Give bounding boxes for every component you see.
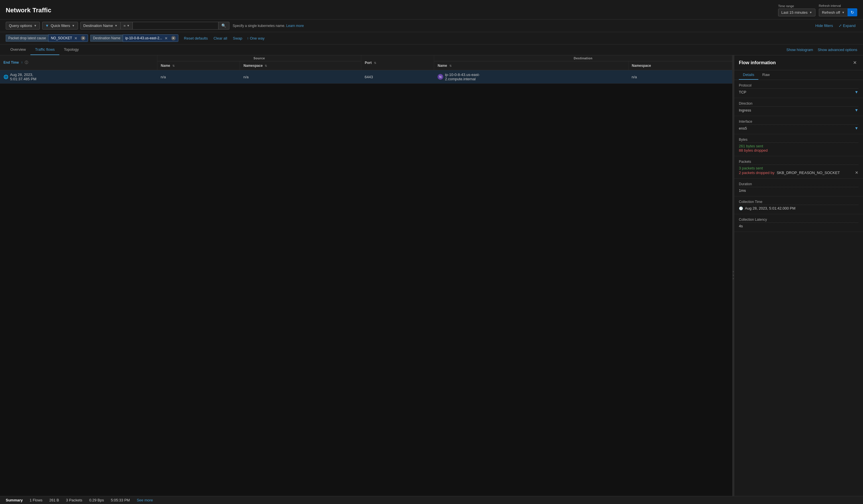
info-icon: ⓘ: [25, 61, 28, 64]
detail-bytes: Bytes 261 bytes sent 88 bytes dropped: [734, 134, 863, 156]
filter-tag-dest-name-remove[interactable]: ✕: [171, 36, 176, 40]
packets-dropped-value: 2 packets dropped by SKB_DROP_REASON_NO_…: [739, 171, 840, 175]
cell-source-name: n/a: [157, 70, 240, 84]
reset-defaults-button[interactable]: Reset defaults: [183, 36, 209, 41]
filter-text-input[interactable]: [133, 22, 218, 29]
tab-overview[interactable]: Overview: [6, 45, 30, 55]
filter-input-group: Destination Name ▼ = ▼ 🔍: [80, 22, 229, 29]
col-end-time[interactable]: End Time ↑ ⓘ: [0, 55, 157, 70]
filter-actions: Reset defaults Clear all Swap ↑ One way: [183, 36, 265, 41]
learn-more-link[interactable]: Learn more: [286, 24, 304, 28]
quick-filters-button[interactable]: ▼ Quick filters ▼: [42, 22, 78, 29]
detail-collection-time: Collection Time 🕐 Aug 28, 2023, 5:01:42.…: [734, 197, 863, 214]
detail-interface: Interface ens5 ▼: [734, 116, 863, 134]
tab-topology[interactable]: Topology: [59, 45, 84, 55]
src-name-sort-icon: ⇅: [172, 64, 175, 67]
col-source-name[interactable]: Name ⇅: [157, 61, 240, 70]
col-dest-name[interactable]: Name ⇅: [434, 61, 628, 70]
refresh-group: Refresh interval Refresh off ▼ ↻: [819, 4, 857, 16]
filter-tag-packet-drop-remove[interactable]: ✕: [81, 36, 85, 40]
tab-traffic-flows[interactable]: Traffic flows: [30, 45, 59, 55]
time-range-group: Time range Last 15 minutes ▼: [778, 4, 815, 16]
time-range-dropdown[interactable]: Last 15 minutes ▼: [778, 9, 815, 16]
main-content: End Time ↑ ⓘ Source Port ⇅ Destination N…: [0, 55, 863, 496]
summary-flows: 1 Flows: [29, 498, 42, 502]
tabs-row: Overview Traffic flows Topology Show his…: [0, 45, 863, 55]
direction-value: Ingress ▼: [739, 108, 859, 112]
dest-avatar: N: [438, 74, 443, 80]
side-tab-raw[interactable]: Raw: [758, 70, 774, 80]
duration-label: Duration: [739, 182, 859, 187]
col-source-namespace[interactable]: Namespace ⇅: [240, 61, 361, 70]
quick-filters-arrow-icon: ▼: [72, 24, 75, 27]
duration-value: 1ms: [739, 188, 859, 193]
protocol-label: Protocol: [739, 84, 859, 89]
show-advanced-options-button[interactable]: Show advanced options: [818, 48, 857, 52]
destination-group-header: Destination: [434, 55, 732, 61]
table-area: End Time ↑ ⓘ Source Port ⇅ Destination N…: [0, 55, 732, 496]
cell-dest-name: N ip-10-0-8-43.us-east-2.compute.interna…: [434, 70, 628, 84]
filter-field-select[interactable]: Destination Name ▼: [80, 22, 121, 29]
hide-filters-button[interactable]: Hide filters: [814, 22, 835, 29]
protocol-filter-icon[interactable]: ▼: [854, 90, 859, 94]
status-bar: Summary 1 Flows 261 B 3 Packets 0.29 Bps…: [0, 496, 863, 504]
filter-tag-dest-name: Destination Name ip-10-0-8-43.us-east-2.…: [90, 34, 178, 42]
collection-latency-label: Collection Latency: [739, 218, 859, 223]
bytes-label: Bytes: [739, 138, 859, 143]
side-panel-header: Flow information ✕: [734, 55, 863, 70]
expand-button[interactable]: ⤢ Expand: [837, 22, 857, 29]
interface-filter-icon[interactable]: ▼: [854, 126, 859, 130]
filter-tag-packet-drop-close[interactable]: ✕: [74, 36, 78, 40]
filter-tag-dest-name-value: ip-10-0-8-43.us-east-2... ✕ ✕: [123, 34, 178, 42]
side-panel-body: Protocol TCP ▼ Direction Ingress ▼: [734, 80, 863, 496]
header: Network Traffic Time range Last 15 minut…: [0, 0, 863, 20]
summary-bps: 0.29 Bps: [89, 498, 104, 502]
bytes-dropped-value: 88 bytes dropped: [739, 148, 859, 152]
refresh-interval-dropdown[interactable]: Refresh off ▼: [819, 9, 848, 16]
summary-packets: 3 Packets: [66, 498, 82, 502]
collection-latency-value: 4s: [739, 224, 859, 228]
packets-dropped-row: 2 packets dropped by SKB_DROP_REASON_NO_…: [739, 170, 859, 175]
filter-operator-select[interactable]: = ▼: [121, 22, 133, 29]
sort-asc-icon: ↑: [21, 61, 23, 64]
table-row[interactable]: 🌐 Aug 28, 2023,5:01:37.485 PM n/a n/a 64…: [0, 70, 732, 84]
show-histogram-button[interactable]: Show histogram: [786, 48, 813, 52]
filter-bar: Query options ▼ ▼ Quick filters ▼ Destin…: [0, 20, 863, 32]
refresh-now-button[interactable]: ↻: [848, 8, 857, 16]
dst-name-sort-icon: ⇅: [449, 64, 452, 67]
cell-end-time: 🌐 Aug 28, 2023,5:01:37.485 PM: [0, 70, 157, 84]
direction-filter-icon[interactable]: ▼: [854, 108, 859, 112]
col-port[interactable]: Port ⇅: [361, 55, 434, 70]
cell-port: 6443: [361, 70, 434, 84]
interface-label: Interface: [739, 119, 859, 125]
summary-label: Summary: [6, 498, 23, 502]
filter-tag-dest-name-close[interactable]: ✕: [164, 36, 168, 40]
filter-icon: ▼: [45, 24, 49, 28]
tab-actions: Show histogram Show advanced options: [786, 48, 857, 52]
filter-hint: Specify a single kubernetes name. Learn …: [233, 24, 304, 28]
side-panel-close-button[interactable]: ✕: [851, 59, 859, 66]
flow-info-title: Flow information: [739, 60, 776, 65]
filter-search-button[interactable]: 🔍: [218, 22, 229, 29]
swap-button[interactable]: Swap: [232, 36, 243, 41]
col-dest-namespace[interactable]: Namespace: [628, 61, 732, 70]
side-tab-details[interactable]: Details: [739, 70, 758, 80]
packets-dropped-close-button[interactable]: ✕: [855, 170, 859, 175]
operator-arrow-icon: ▼: [127, 24, 129, 27]
header-controls: Time range Last 15 minutes ▼ Refresh int…: [778, 4, 857, 16]
detail-protocol: Protocol TCP ▼: [734, 80, 863, 98]
packets-label: Packets: [739, 160, 859, 165]
header-top: Network Traffic Time range Last 15 minut…: [6, 4, 857, 16]
filter-tag-packet-drop-label: Packet drop latest cause: [6, 35, 48, 41]
side-panel: Flow information ✕ Details Raw Protocol …: [734, 55, 863, 496]
see-more-button[interactable]: See more: [137, 498, 153, 502]
query-options-button[interactable]: Query options ▼: [6, 22, 40, 29]
source-group-header: Source: [157, 55, 361, 61]
port-sort-icon: ⇅: [374, 61, 376, 64]
clear-all-button[interactable]: Clear all: [212, 36, 228, 41]
time-range-label: Time range: [778, 4, 794, 8]
one-way-button[interactable]: ↑ One way: [247, 36, 265, 40]
field-select-arrow-icon: ▼: [115, 24, 117, 27]
time-range-arrow-icon: ▼: [809, 11, 812, 14]
traffic-flows-table: End Time ↑ ⓘ Source Port ⇅ Destination N…: [0, 55, 732, 84]
